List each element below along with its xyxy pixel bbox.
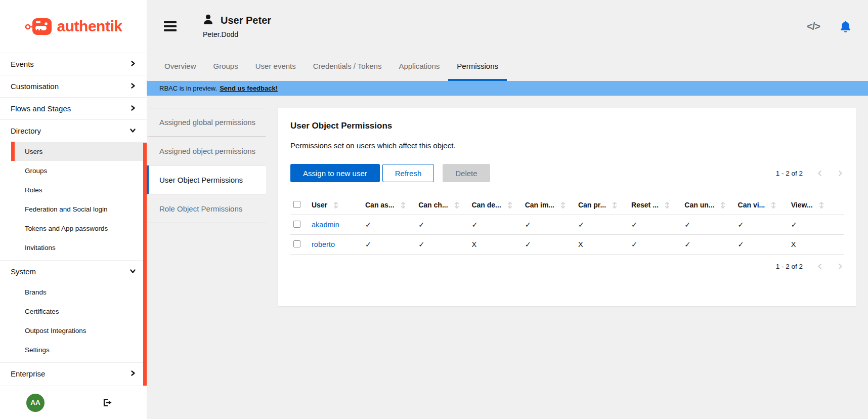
- sort-icon[interactable]: [720, 201, 725, 209]
- pagination-next-icon[interactable]: [837, 170, 844, 177]
- system-children: Brands Certificates Outpost Integrations…: [11, 282, 147, 362]
- directory-children: Users Groups Roles Federation and Social…: [11, 142, 147, 260]
- sort-icon[interactable]: [819, 201, 824, 209]
- sort-icon[interactable]: [333, 201, 338, 209]
- permission-cell: ✓: [365, 221, 418, 229]
- permission-cell: ✓: [418, 221, 471, 229]
- select-all-checkbox[interactable]: [293, 201, 300, 208]
- subnav-user-object-permissions[interactable]: User Object Permissions: [147, 165, 266, 194]
- sort-icon[interactable]: [665, 201, 670, 209]
- sidebar-item-enterprise[interactable]: Enterprise: [0, 362, 147, 385]
- chevron-down-icon: [129, 127, 136, 135]
- permission-cell: X: [791, 240, 844, 248]
- card-title: User Object Permissions: [290, 121, 844, 131]
- chevron-right-icon: [129, 104, 136, 113]
- menu-toggle-button[interactable]: [162, 19, 179, 33]
- sidebar-item-system[interactable]: System: [0, 260, 147, 282]
- sidebar-item-outpost-integrations[interactable]: Outpost Integrations: [11, 321, 147, 340]
- user-link[interactable]: roberto: [312, 240, 335, 248]
- permission-cell: ✓: [365, 240, 418, 248]
- tab-groups[interactable]: Groups: [205, 53, 247, 81]
- app-root: authentik Events Customisation Flows and…: [0, 0, 868, 419]
- sidebar-item-events[interactable]: Events: [0, 53, 147, 75]
- tab-permissions[interactable]: Permissions: [448, 53, 507, 81]
- permission-cell: X: [578, 240, 631, 248]
- chevron-right-icon: [129, 60, 136, 68]
- pagination-prev-icon[interactable]: [816, 263, 823, 270]
- pagination-prev-icon[interactable]: [816, 170, 823, 177]
- permission-cell: ✓: [684, 221, 737, 229]
- brand-name: authentik: [57, 18, 122, 35]
- sidebar-item-invitations[interactable]: Invitations: [11, 238, 147, 257]
- avatar[interactable]: AA: [26, 394, 45, 412]
- permissions-subnav: Assigned global permissions Assigned obj…: [147, 108, 266, 223]
- card-description: Permissions set on users which affect th…: [290, 141, 844, 150]
- sort-icon[interactable]: [771, 201, 776, 209]
- permission-cell: ✓: [418, 240, 471, 248]
- notifications-bell-icon[interactable]: [840, 21, 851, 32]
- permission-cell: ✓: [684, 240, 737, 248]
- sidebar-item-settings[interactable]: Settings: [11, 340, 147, 359]
- permission-cell: ✓: [525, 240, 578, 248]
- table-row: roberto ✓ ✓ X ✓ X ✓ ✓ ✓ X: [290, 235, 844, 255]
- permission-cell: ✓: [631, 221, 684, 229]
- content-area: Assigned global permissions Assigned obj…: [147, 96, 868, 419]
- permission-cell: ✓: [791, 221, 844, 229]
- pagination-bottom: 1 - 2 of 2: [290, 263, 844, 270]
- user-detail-tabs: Overview Groups User events Credentials …: [147, 53, 868, 81]
- permissions-table: User Can as... Can ch... Can de... Can i…: [290, 195, 844, 255]
- sidebar-item-federation[interactable]: Federation and Social login: [11, 199, 147, 219]
- sort-icon[interactable]: [454, 201, 459, 209]
- tab-applications[interactable]: Applications: [390, 53, 448, 81]
- chevron-right-icon: [129, 82, 136, 91]
- sidebar-item-roles[interactable]: Roles: [11, 180, 147, 199]
- row-checkbox[interactable]: [293, 240, 300, 247]
- sidebar-item-users[interactable]: Users: [11, 142, 147, 161]
- delete-button[interactable]: Delete: [443, 164, 490, 182]
- pagination-label: 1 - 2 of 2: [776, 263, 803, 270]
- assign-to-new-user-button[interactable]: Assign to new user: [290, 164, 380, 182]
- tab-credentials-tokens[interactable]: Credentials / Tokens: [305, 53, 390, 81]
- sidebar-item-certificates[interactable]: Certificates: [11, 302, 147, 321]
- page-subtitle: Peter.Dodd: [203, 30, 271, 38]
- permission-cell: ✓: [738, 221, 791, 229]
- sort-icon[interactable]: [401, 201, 406, 209]
- user-link[interactable]: akadmin: [312, 221, 339, 229]
- subnav-role-object-permissions[interactable]: Role Object Permissions: [147, 194, 266, 223]
- sort-icon[interactable]: [507, 201, 512, 209]
- row-checkbox[interactable]: [293, 221, 300, 228]
- brand-logo[interactable]: authentik: [0, 0, 147, 53]
- chevron-down-icon: [129, 267, 136, 276]
- sidebar-footer: AA: [0, 386, 147, 419]
- permission-cell: ✓: [471, 221, 525, 229]
- sidebar-item-groups[interactable]: Groups: [11, 161, 147, 180]
- subnav-assigned-global-permissions[interactable]: Assigned global permissions: [147, 108, 266, 137]
- sidebar-item-brands[interactable]: Brands: [11, 282, 147, 302]
- sidebar-scrollbar[interactable]: [143, 143, 147, 386]
- permission-cell: X: [471, 240, 525, 248]
- sidebar-item-directory[interactable]: Directory: [0, 119, 147, 142]
- sidebar-item-customisation[interactable]: Customisation: [0, 75, 147, 97]
- feedback-link[interactable]: Send us feedback!: [220, 85, 278, 92]
- refresh-button[interactable]: Refresh: [382, 164, 435, 182]
- permission-cell: ✓: [631, 240, 684, 248]
- tab-overview[interactable]: Overview: [156, 53, 205, 81]
- sort-icon[interactable]: [560, 201, 566, 209]
- user-object-permissions-card: User Object Permissions Permissions set …: [278, 108, 856, 306]
- sign-out-icon[interactable]: [103, 398, 112, 407]
- subnav-assigned-object-permissions[interactable]: Assigned object permissions: [147, 137, 266, 165]
- page-heading: User Peter Peter.Dodd: [203, 14, 271, 38]
- rbac-preview-banner: RBAC is in preview. Send us feedback!: [147, 81, 868, 96]
- page-title: User Peter: [221, 15, 271, 26]
- sidebar-item-flows-and-stages[interactable]: Flows and Stages: [0, 97, 147, 119]
- tab-user-events[interactable]: User events: [247, 53, 305, 81]
- sidebar-item-tokens[interactable]: Tokens and App passwords: [11, 219, 147, 238]
- pagination-next-icon[interactable]: [837, 263, 844, 270]
- table-row: akadmin ✓ ✓ ✓ ✓ ✓ ✓ ✓ ✓ ✓: [290, 215, 844, 235]
- sidebar: authentik Events Customisation Flows and…: [0, 0, 147, 419]
- main-area: User Peter Peter.Dodd </> Overview Group…: [147, 0, 868, 419]
- api-code-icon[interactable]: </>: [807, 21, 820, 32]
- sort-icon[interactable]: [612, 201, 617, 209]
- chevron-right-icon: [129, 369, 136, 378]
- topbar: User Peter Peter.Dodd </>: [147, 0, 868, 53]
